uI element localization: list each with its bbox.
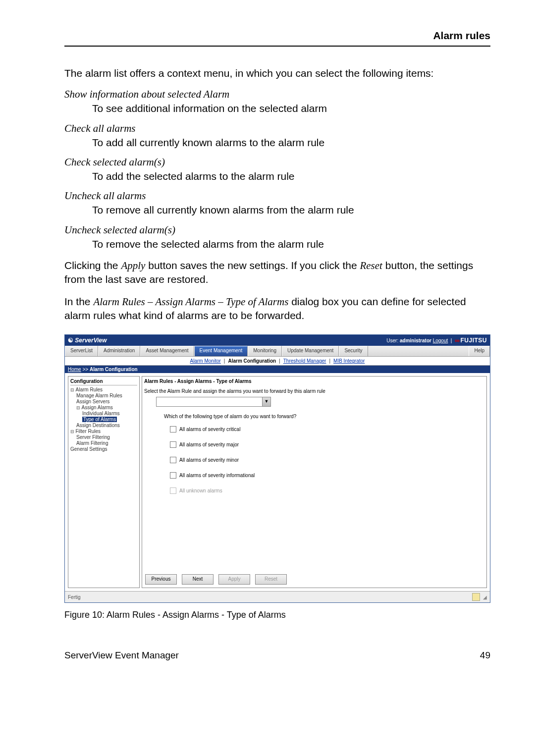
previous-button[interactable]: Previous xyxy=(145,574,177,585)
app-title: ☯ ServerView xyxy=(68,337,107,344)
logout-link[interactable]: Logout xyxy=(433,338,448,343)
tree-server-filtering[interactable]: Server Filtering xyxy=(76,434,137,440)
tab-help[interactable]: Help xyxy=(469,346,490,356)
subtab-threshold-manager[interactable]: Threshold Manager xyxy=(280,358,329,364)
sub-tabs: Alarm Monitor | Alarm Configuration | Th… xyxy=(65,357,490,366)
figure-caption: Figure 10: Alarm Rules - Assign Alarms -… xyxy=(64,610,490,620)
page-footer: ServerView Event Manager 49 xyxy=(64,650,490,661)
check-unknown[interactable]: All unknown alarms xyxy=(170,487,484,494)
tree-assign-servers[interactable]: Assign Servers xyxy=(76,399,137,404)
checkbox[interactable] xyxy=(170,472,176,479)
check-label: All unknown alarms xyxy=(179,488,222,493)
tab-event-management[interactable]: Event Management xyxy=(194,346,248,356)
def-desc: To remove the selected alarms from the a… xyxy=(92,237,490,251)
tree-general-settings[interactable]: General Settings xyxy=(70,446,137,452)
check-label: All alarms of severity critical xyxy=(179,427,240,432)
side-panel: Configuration Alarm Rules Manage Alarm R… xyxy=(68,376,140,588)
breadcrumb-current: Alarm Configuration xyxy=(90,367,138,372)
tree-manage-alarm-rules[interactable]: Manage Alarm Rules xyxy=(76,393,137,398)
content-desc: Select the Alarm Rule and assign the ala… xyxy=(144,388,484,394)
intro-text: The alarm list offers a context menu, in… xyxy=(64,66,490,80)
header-rule xyxy=(64,46,490,47)
user-info: User: administrator Logout | FUJITSU xyxy=(386,336,487,344)
content-title: Alarm Rules - Assign Alarms - Type of Al… xyxy=(144,378,484,385)
breadcrumb-home[interactable]: Home xyxy=(68,367,81,372)
resize-grip-icon: ◢ xyxy=(483,594,487,600)
text: Clicking the xyxy=(64,260,121,271)
check-label: All alarms of severity minor xyxy=(179,457,239,463)
definitions: Show information about selected Alarm To… xyxy=(64,88,490,250)
def-term: Uncheck selected alarm(s) xyxy=(64,224,490,236)
status-text: Fertig xyxy=(68,594,81,600)
user-label: User: xyxy=(386,338,398,343)
reset-term: Reset xyxy=(360,260,382,271)
tree-assign-alarms[interactable]: Assign Alarms Individual Alarms Type of … xyxy=(76,405,137,422)
def-term: Show information about selected Alarm xyxy=(64,88,490,101)
dialog-paragraph: In the Alarm Rules – Assign Alarms – Typ… xyxy=(64,295,490,323)
tab-security[interactable]: Security xyxy=(339,346,368,356)
checkbox[interactable] xyxy=(170,487,176,494)
tree-filter-rules[interactable]: Filter Rules Server Filtering Alarm Filt… xyxy=(70,429,137,446)
question-text: Which of the following type of alarm do … xyxy=(164,414,484,419)
apply-term: Apply xyxy=(121,260,145,271)
check-informational[interactable]: All alarms of severity informational xyxy=(170,472,484,479)
text: button saves the new settings. If you cl… xyxy=(145,260,360,271)
content-panel: Alarm Rules - Assign Alarms - Type of Al… xyxy=(142,376,487,588)
footer-left: ServerView Event Manager xyxy=(64,650,179,661)
tab-asset-management[interactable]: Asset Management xyxy=(140,346,194,356)
page-number: 49 xyxy=(480,650,490,661)
window-title-bar: ☯ ServerView User: administrator Logout … xyxy=(65,335,490,346)
text: In the xyxy=(64,296,93,307)
tab-update-management[interactable]: Update Management xyxy=(282,346,339,356)
tree-type-of-alarms[interactable]: Type of Alarms xyxy=(82,417,137,422)
status-bar: Fertig ◢ xyxy=(65,591,490,602)
checkbox[interactable] xyxy=(170,457,176,463)
tree-assign-destinations[interactable]: Assign Destinations xyxy=(76,423,137,428)
breadcrumb: Home >> Alarm Configuration xyxy=(65,366,490,373)
subtab-alarm-configuration[interactable]: Alarm Configuration xyxy=(225,358,279,364)
subtab-alarm-monitor[interactable]: Alarm Monitor xyxy=(187,358,224,364)
def-term: Check selected alarm(s) xyxy=(64,156,490,168)
serverview-window: ☯ ServerView User: administrator Logout … xyxy=(64,334,490,603)
def-desc: To remove all currently known alarms fro… xyxy=(92,203,490,216)
tree-individual-alarms[interactable]: Individual Alarms xyxy=(82,411,137,416)
check-label: All alarms of severity major xyxy=(179,442,239,447)
tab-serverlist[interactable]: ServerList xyxy=(65,346,98,356)
reset-button[interactable]: Reset xyxy=(255,574,287,585)
def-term: Check all alarms xyxy=(64,122,490,135)
user-name: administrator xyxy=(400,338,431,343)
config-tree: Alarm Rules Manage Alarm Rules Assign Se… xyxy=(70,387,137,452)
dialog-term: Alarm Rules – Assign Alarms – Type of Al… xyxy=(93,296,288,308)
select-value xyxy=(157,397,262,406)
button-row: Previous Next Apply Reset xyxy=(145,574,287,585)
def-term: Uncheck all alarms xyxy=(64,190,490,202)
chevron-down-icon[interactable]: ▼ xyxy=(262,397,270,406)
main-tabs: ServerList Administration Asset Manageme… xyxy=(65,346,490,357)
breadcrumb-sep: >> xyxy=(81,367,90,372)
tree-alarm-rules[interactable]: Alarm Rules Manage Alarm Rules Assign Se… xyxy=(70,387,137,428)
next-button[interactable]: Next xyxy=(182,574,214,585)
tab-monitoring[interactable]: Monitoring xyxy=(248,346,282,356)
fujitsu-logo: FUJITSU xyxy=(455,337,487,344)
check-major[interactable]: All alarms of severity major xyxy=(170,441,484,448)
alarm-rule-select[interactable]: ▼ xyxy=(156,397,271,407)
main-area: Configuration Alarm Rules Manage Alarm R… xyxy=(65,373,490,591)
def-desc: To add the selected alarms to the alarm … xyxy=(92,169,490,183)
apply-reset-paragraph: Clicking the Apply button saves the new … xyxy=(64,259,490,287)
def-desc: To add all currently known alarms to the… xyxy=(92,136,490,149)
side-title: Configuration xyxy=(70,378,137,385)
page-header-title: Alarm rules xyxy=(64,30,490,42)
checkbox[interactable] xyxy=(170,441,176,448)
checkbox[interactable] xyxy=(170,426,176,432)
check-critical[interactable]: All alarms of severity critical xyxy=(170,426,484,432)
lock-icon xyxy=(472,593,480,601)
check-minor[interactable]: All alarms of severity minor xyxy=(170,457,484,463)
def-desc: To see additional information on the sel… xyxy=(92,102,490,115)
apply-button[interactable]: Apply xyxy=(218,574,250,585)
check-label: All alarms of severity informational xyxy=(179,473,255,478)
tree-alarm-filtering[interactable]: Alarm Filtering xyxy=(76,440,137,446)
subtab-mib-integrator[interactable]: MIB Integrator xyxy=(330,358,368,364)
tab-administration[interactable]: Administration xyxy=(98,346,140,356)
